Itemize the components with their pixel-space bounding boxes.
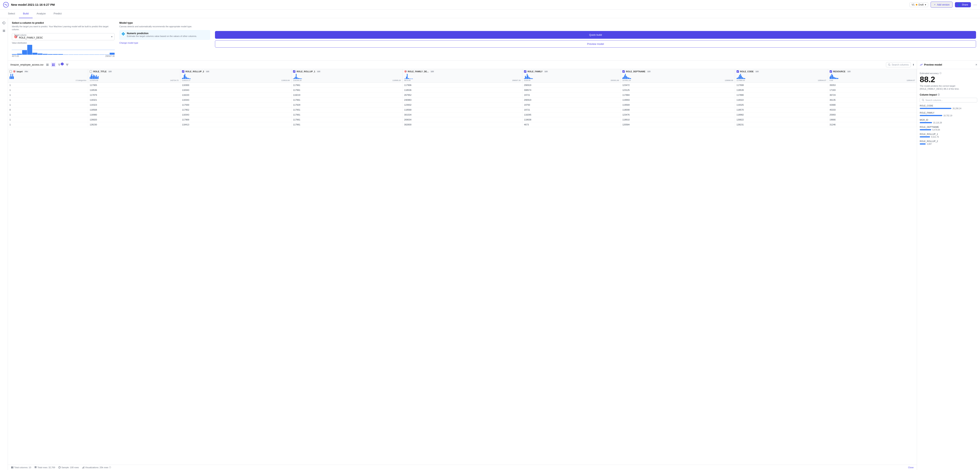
target-column-selector[interactable]: Target column 🎯 ROLE_FAMILY_DESC ▾	[12, 33, 115, 40]
col-range-role-code: 117880.00128544.07	[737, 79, 826, 81]
mini-bar-5	[834, 77, 835, 79]
impact-bar-2	[920, 122, 932, 123]
table-cell-5-6: 118008	[620, 107, 735, 112]
preview-model-button[interactable]: Preview model	[215, 40, 976, 48]
table-cell-3-5: 290919	[522, 97, 621, 102]
table-cell-4-1: 119323	[88, 102, 180, 107]
table-cell-8-2: 118413	[180, 122, 291, 127]
share-button[interactable]: 👤 Share	[955, 2, 971, 7]
table-cell-0-4: 117906	[402, 83, 522, 87]
tab-predict[interactable]: Predict	[49, 10, 65, 18]
mini-bar-9	[630, 78, 631, 79]
mini-bar-8	[189, 78, 190, 79]
tab-build[interactable]: Build	[19, 10, 33, 18]
col-select-resource[interactable]	[830, 70, 832, 73]
table-cell-7-5: 118638	[522, 117, 621, 122]
histogram-bar-8	[53, 54, 58, 55]
col-type-target: Abc	[24, 70, 29, 73]
sidebar-refresh-icon[interactable]	[2, 21, 6, 25]
svg-rect-19	[84, 467, 84, 468]
col-select-role-rollup1[interactable]	[293, 70, 295, 73]
col-select-role-family[interactable]	[524, 70, 527, 73]
histogram-bar-13	[79, 54, 84, 55]
table-cell-6-2: 118343	[180, 112, 291, 117]
tab-select[interactable]: Select	[4, 10, 19, 18]
svg-rect-17	[82, 468, 83, 468]
table-cell-2-4: 267952	[402, 92, 522, 97]
filter-icon-wrap: 2	[57, 62, 64, 67]
mini-bar-3	[92, 76, 93, 79]
col-range-role-family: 3130.00293301.80	[524, 79, 619, 81]
impact-val-5: 4,887	[927, 143, 932, 145]
grid-view-icon[interactable]	[51, 62, 56, 67]
col-select-role-deptname[interactable]	[622, 70, 625, 73]
app-logo[interactable]	[3, 2, 9, 8]
col-chart-role-rollup1	[293, 73, 401, 79]
table-cell-8-7: 128231	[735, 122, 828, 127]
version-badge[interactable]: V1 Draft ▾	[910, 2, 928, 7]
table-cell-5-1: 118568	[88, 107, 180, 112]
data-table-container[interactable]: 🎯 target Abc 2 Categories	[8, 69, 917, 465]
target-column-section: Select a column to predict Identify the …	[12, 21, 115, 57]
column-impact-search[interactable]: Search columns...	[920, 98, 977, 103]
filter-count-badge: 2	[61, 63, 64, 65]
mini-bar-7	[96, 75, 97, 79]
mini-bar-6	[298, 78, 299, 79]
col-label-role-rollup1: ROLE_ROLLUP_1	[297, 70, 315, 73]
impact-bar-1	[920, 115, 942, 116]
col-header-target: 🎯 target Abc 2 Categories	[8, 69, 88, 83]
model-type-badge: 💠 Numeric prediction Estimate the target…	[119, 30, 210, 40]
col-select-role-rollup2[interactable]	[182, 70, 185, 73]
table-cell-3-3: 117961	[291, 97, 402, 102]
more-options-button[interactable]: ⋯	[973, 3, 977, 7]
share-icon: 👤	[958, 3, 961, 6]
col-range-role-family-desc: 4673.00296507.30	[404, 79, 521, 81]
table-header-row: 🎯 target Abc 2 Categories	[8, 69, 917, 83]
version-label: V1	[912, 3, 915, 6]
list-view-icon[interactable]	[45, 62, 50, 67]
mini-bar-0	[830, 76, 830, 79]
status-close-button[interactable]: Close	[908, 466, 913, 468]
accuracy-value: 88.2	[920, 75, 977, 83]
impact-bar-wrap-3: 9,478.84	[920, 129, 977, 131]
quick-build-button[interactable]: Quick build	[215, 31, 976, 39]
col-label-role-rollup2: ROLE_ROLLUP_2	[186, 70, 204, 73]
col-type-role-rollup2: 123	[205, 70, 210, 73]
change-model-type-link[interactable]: Change model type	[119, 42, 138, 44]
preview-close-button[interactable]: ×	[975, 63, 977, 67]
mini-bar-7	[188, 78, 189, 79]
table-cell-0-1: 117905	[88, 83, 180, 87]
impact-val-2: 10,116.28	[933, 122, 942, 124]
mini-bar-2	[624, 75, 625, 79]
mini-bar-9	[190, 78, 191, 79]
tab-analyze[interactable]: Analyze	[33, 10, 49, 18]
table-cell-5-0: 0	[8, 107, 88, 112]
col-select-role-code[interactable]	[737, 70, 739, 73]
col-header-role-family-desc: 🎯 ROLE_FAMILY_DE... 123 4673.00296507.30	[402, 69, 522, 83]
table-cell-2-0: 1	[8, 92, 88, 97]
histogram-bar-10	[63, 54, 68, 55]
table-cell-8-4: 302830	[402, 122, 522, 127]
order-icon[interactable]	[65, 62, 70, 67]
impact-name-5: ROLE_ROLLUP_2	[920, 140, 977, 142]
hist-range-max: 296507.30	[105, 55, 115, 57]
col-select-role-title[interactable]	[90, 70, 92, 73]
histogram-bar-4	[32, 53, 37, 55]
table-row: 1126820117969117961269034118638118910126…	[8, 117, 917, 122]
svg-rect-5	[46, 65, 49, 65]
histogram-bar-14	[84, 54, 89, 55]
table-row: 1118980118343117961301534118295123476118…	[8, 112, 917, 117]
table-body: 1117905118300117961117906290919123472117…	[8, 83, 917, 127]
table-row: 1118321118343117961240983290919119993118…	[8, 97, 917, 102]
sidebar-list-icon[interactable]	[2, 29, 6, 33]
table-cell-6-6: 123476	[620, 112, 735, 117]
table-cell-4-0: 1	[8, 102, 88, 107]
mini-bar-1	[525, 76, 526, 79]
add-version-button[interactable]: ＋ Add version	[931, 2, 953, 8]
col-header-resource: RESOURCE 123 0.00128544.07	[828, 69, 916, 83]
impact-val-0: 26,290.24	[953, 108, 961, 110]
viz-icon	[82, 466, 84, 468]
search-columns-input[interactable]: Search columns	[886, 62, 911, 67]
collapse-panel-button[interactable]: ⬆	[912, 64, 915, 66]
col-select-target[interactable]	[10, 70, 12, 73]
